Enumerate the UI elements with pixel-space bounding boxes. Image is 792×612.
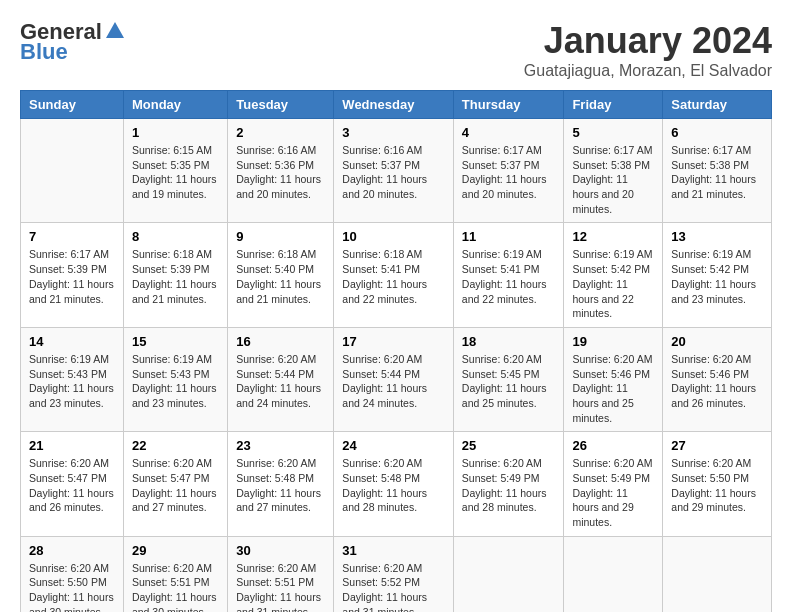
- day-info: Sunrise: 6:16 AMSunset: 5:37 PMDaylight:…: [342, 143, 445, 202]
- calendar-cell: 2Sunrise: 6:16 AMSunset: 5:36 PMDaylight…: [228, 119, 334, 223]
- calendar-cell: 14Sunrise: 6:19 AMSunset: 5:43 PMDayligh…: [21, 327, 124, 431]
- calendar-cell: 16Sunrise: 6:20 AMSunset: 5:44 PMDayligh…: [228, 327, 334, 431]
- day-info: Sunrise: 6:20 AMSunset: 5:50 PMDaylight:…: [29, 561, 115, 612]
- calendar-table: SundayMondayTuesdayWednesdayThursdayFrid…: [20, 90, 772, 612]
- day-number: 5: [572, 125, 654, 140]
- calendar-cell: 9Sunrise: 6:18 AMSunset: 5:40 PMDaylight…: [228, 223, 334, 327]
- day-number: 7: [29, 229, 115, 244]
- day-number: 30: [236, 543, 325, 558]
- calendar-cell: 27Sunrise: 6:20 AMSunset: 5:50 PMDayligh…: [663, 432, 772, 536]
- day-number: 20: [671, 334, 763, 349]
- day-info: Sunrise: 6:20 AMSunset: 5:47 PMDaylight:…: [29, 456, 115, 515]
- calendar-cell: 1Sunrise: 6:15 AMSunset: 5:35 PMDaylight…: [123, 119, 227, 223]
- day-header-wednesday: Wednesday: [334, 91, 454, 119]
- page-header: General Blue January 2024 Guatajiagua, M…: [20, 20, 772, 80]
- calendar-cell: 3Sunrise: 6:16 AMSunset: 5:37 PMDaylight…: [334, 119, 454, 223]
- calendar-cell: 18Sunrise: 6:20 AMSunset: 5:45 PMDayligh…: [453, 327, 564, 431]
- calendar-cell: 28Sunrise: 6:20 AMSunset: 5:50 PMDayligh…: [21, 536, 124, 612]
- day-info: Sunrise: 6:20 AMSunset: 5:46 PMDaylight:…: [671, 352, 763, 411]
- day-info: Sunrise: 6:20 AMSunset: 5:44 PMDaylight:…: [236, 352, 325, 411]
- day-info: Sunrise: 6:19 AMSunset: 5:42 PMDaylight:…: [572, 247, 654, 320]
- day-info: Sunrise: 6:20 AMSunset: 5:48 PMDaylight:…: [342, 456, 445, 515]
- day-number: 28: [29, 543, 115, 558]
- day-info: Sunrise: 6:19 AMSunset: 5:41 PMDaylight:…: [462, 247, 556, 306]
- day-number: 3: [342, 125, 445, 140]
- calendar-cell: 4Sunrise: 6:17 AMSunset: 5:37 PMDaylight…: [453, 119, 564, 223]
- day-number: 18: [462, 334, 556, 349]
- calendar-cell: 25Sunrise: 6:20 AMSunset: 5:49 PMDayligh…: [453, 432, 564, 536]
- calendar-cell: 10Sunrise: 6:18 AMSunset: 5:41 PMDayligh…: [334, 223, 454, 327]
- calendar-cell: 23Sunrise: 6:20 AMSunset: 5:48 PMDayligh…: [228, 432, 334, 536]
- day-number: 14: [29, 334, 115, 349]
- day-info: Sunrise: 6:20 AMSunset: 5:49 PMDaylight:…: [462, 456, 556, 515]
- day-info: Sunrise: 6:20 AMSunset: 5:48 PMDaylight:…: [236, 456, 325, 515]
- page-subtitle: Guatajiagua, Morazan, El Salvador: [524, 62, 772, 80]
- calendar-cell: 15Sunrise: 6:19 AMSunset: 5:43 PMDayligh…: [123, 327, 227, 431]
- logo-icon: [104, 20, 126, 42]
- calendar-cell: 21Sunrise: 6:20 AMSunset: 5:47 PMDayligh…: [21, 432, 124, 536]
- day-number: 23: [236, 438, 325, 453]
- calendar-cell: 17Sunrise: 6:20 AMSunset: 5:44 PMDayligh…: [334, 327, 454, 431]
- calendar-cell: 24Sunrise: 6:20 AMSunset: 5:48 PMDayligh…: [334, 432, 454, 536]
- day-number: 8: [132, 229, 219, 244]
- day-info: Sunrise: 6:20 AMSunset: 5:52 PMDaylight:…: [342, 561, 445, 612]
- logo: General Blue: [20, 20, 126, 64]
- day-number: 13: [671, 229, 763, 244]
- day-info: Sunrise: 6:20 AMSunset: 5:47 PMDaylight:…: [132, 456, 219, 515]
- day-number: 9: [236, 229, 325, 244]
- day-info: Sunrise: 6:20 AMSunset: 5:44 PMDaylight:…: [342, 352, 445, 411]
- day-header-friday: Friday: [564, 91, 663, 119]
- day-number: 4: [462, 125, 556, 140]
- day-number: 22: [132, 438, 219, 453]
- day-header-monday: Monday: [123, 91, 227, 119]
- day-header-thursday: Thursday: [453, 91, 564, 119]
- day-info: Sunrise: 6:18 AMSunset: 5:39 PMDaylight:…: [132, 247, 219, 306]
- day-number: 17: [342, 334, 445, 349]
- day-number: 31: [342, 543, 445, 558]
- day-info: Sunrise: 6:20 AMSunset: 5:49 PMDaylight:…: [572, 456, 654, 529]
- day-info: Sunrise: 6:19 AMSunset: 5:43 PMDaylight:…: [132, 352, 219, 411]
- day-info: Sunrise: 6:16 AMSunset: 5:36 PMDaylight:…: [236, 143, 325, 202]
- calendar-cell: 22Sunrise: 6:20 AMSunset: 5:47 PMDayligh…: [123, 432, 227, 536]
- svg-marker-0: [106, 22, 124, 38]
- calendar-cell: 30Sunrise: 6:20 AMSunset: 5:51 PMDayligh…: [228, 536, 334, 612]
- calendar-cell: 7Sunrise: 6:17 AMSunset: 5:39 PMDaylight…: [21, 223, 124, 327]
- page-title: January 2024: [524, 20, 772, 62]
- calendar-week-3: 14Sunrise: 6:19 AMSunset: 5:43 PMDayligh…: [21, 327, 772, 431]
- calendar-cell: 11Sunrise: 6:19 AMSunset: 5:41 PMDayligh…: [453, 223, 564, 327]
- title-block: January 2024 Guatajiagua, Morazan, El Sa…: [524, 20, 772, 80]
- calendar-cell: [21, 119, 124, 223]
- day-number: 21: [29, 438, 115, 453]
- calendar-cell: 13Sunrise: 6:19 AMSunset: 5:42 PMDayligh…: [663, 223, 772, 327]
- day-info: Sunrise: 6:20 AMSunset: 5:51 PMDaylight:…: [132, 561, 219, 612]
- day-info: Sunrise: 6:19 AMSunset: 5:43 PMDaylight:…: [29, 352, 115, 411]
- day-number: 1: [132, 125, 219, 140]
- calendar-cell: 5Sunrise: 6:17 AMSunset: 5:38 PMDaylight…: [564, 119, 663, 223]
- day-info: Sunrise: 6:20 AMSunset: 5:45 PMDaylight:…: [462, 352, 556, 411]
- calendar-week-2: 7Sunrise: 6:17 AMSunset: 5:39 PMDaylight…: [21, 223, 772, 327]
- day-number: 10: [342, 229, 445, 244]
- day-number: 12: [572, 229, 654, 244]
- calendar-cell: 19Sunrise: 6:20 AMSunset: 5:46 PMDayligh…: [564, 327, 663, 431]
- day-number: 29: [132, 543, 219, 558]
- day-header-tuesday: Tuesday: [228, 91, 334, 119]
- calendar-cell: [663, 536, 772, 612]
- calendar-cell: 8Sunrise: 6:18 AMSunset: 5:39 PMDaylight…: [123, 223, 227, 327]
- day-number: 24: [342, 438, 445, 453]
- day-number: 26: [572, 438, 654, 453]
- day-info: Sunrise: 6:18 AMSunset: 5:41 PMDaylight:…: [342, 247, 445, 306]
- day-info: Sunrise: 6:17 AMSunset: 5:38 PMDaylight:…: [572, 143, 654, 216]
- calendar-week-4: 21Sunrise: 6:20 AMSunset: 5:47 PMDayligh…: [21, 432, 772, 536]
- day-number: 25: [462, 438, 556, 453]
- day-number: 27: [671, 438, 763, 453]
- day-info: Sunrise: 6:20 AMSunset: 5:51 PMDaylight:…: [236, 561, 325, 612]
- day-info: Sunrise: 6:17 AMSunset: 5:37 PMDaylight:…: [462, 143, 556, 202]
- calendar-week-1: 1Sunrise: 6:15 AMSunset: 5:35 PMDaylight…: [21, 119, 772, 223]
- calendar-cell: 29Sunrise: 6:20 AMSunset: 5:51 PMDayligh…: [123, 536, 227, 612]
- calendar-cell: 20Sunrise: 6:20 AMSunset: 5:46 PMDayligh…: [663, 327, 772, 431]
- day-number: 16: [236, 334, 325, 349]
- day-header-sunday: Sunday: [21, 91, 124, 119]
- calendar-cell: [453, 536, 564, 612]
- day-number: 2: [236, 125, 325, 140]
- day-info: Sunrise: 6:18 AMSunset: 5:40 PMDaylight:…: [236, 247, 325, 306]
